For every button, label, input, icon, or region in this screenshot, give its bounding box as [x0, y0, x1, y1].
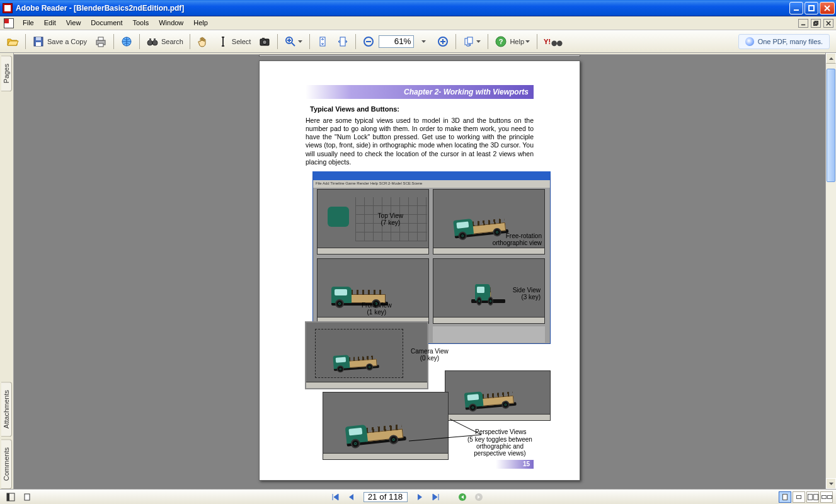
main-toolbar: Save a Copy Search Select — [0, 30, 836, 53]
toggle-nav-pane-button[interactable] — [3, 491, 18, 503]
select-tool-button[interactable]: Select — [214, 33, 255, 50]
rotate-view-button[interactable] — [459, 33, 484, 50]
dropdown-icon — [475, 40, 481, 43]
email-button[interactable] — [117, 33, 136, 50]
blender-menu-strip: File Add Timeline Game Render Help SCR:2… — [313, 180, 550, 188]
page-thumbnail-button[interactable] — [20, 491, 35, 503]
menu-window[interactable]: Window — [154, 16, 188, 30]
hand-icon — [197, 35, 209, 48]
svg-rect-0 — [809, 6, 814, 11]
menu-bar: File Edit View Document Tools Window Hel… — [0, 16, 836, 30]
globe-mail-icon — [120, 35, 133, 48]
folder-open-icon — [6, 35, 19, 48]
previous-view-button[interactable] — [455, 491, 470, 503]
previous-page-button[interactable] — [344, 491, 359, 503]
menu-file[interactable]: File — [18, 16, 39, 30]
document-viewport[interactable]: Chapter 2- Working with Viewports Typica… — [14, 53, 825, 489]
help-button[interactable]: ? Help — [491, 33, 534, 50]
printer-icon — [94, 35, 107, 48]
continuous-facing-view-button[interactable] — [820, 491, 833, 503]
svg-point-26 — [551, 40, 557, 46]
svg-rect-5 — [36, 42, 41, 46]
sidebar-tab-pages[interactable]: Pages — [1, 55, 12, 91]
sidebar-tab-attachments[interactable]: Attachments — [1, 382, 12, 437]
hand-tool-button[interactable] — [193, 33, 212, 50]
next-page-button[interactable] — [412, 491, 427, 503]
svg-text:?: ? — [499, 38, 503, 45]
zoom-in-tool-button[interactable] — [281, 33, 306, 50]
continuous-view-button[interactable] — [793, 491, 805, 503]
menu-document[interactable]: Document — [86, 16, 127, 30]
caption-perspective-title: Perspective Views — [475, 428, 527, 435]
zoom-dropdown-button[interactable] — [415, 33, 432, 50]
facing-view-button[interactable] — [806, 491, 819, 503]
mdi-minimize-button[interactable] — [798, 19, 808, 28]
perspective-view-2 — [445, 370, 551, 421]
scroll-up-button[interactable] — [826, 53, 836, 64]
next-view-button[interactable] — [471, 491, 486, 503]
last-page-button[interactable] — [428, 491, 444, 503]
window-maximize-button[interactable] — [805, 2, 818, 14]
yahoo-label: Y! — [544, 38, 551, 45]
caption-perspective-note: (5 key toggles between orthographic and … — [467, 436, 532, 457]
menu-view[interactable]: View — [61, 16, 86, 30]
svg-rect-19 — [340, 37, 345, 46]
caption-camera-view: Camera View (0 key) — [411, 348, 449, 362]
mdi-close-button[interactable] — [823, 19, 833, 28]
print-button[interactable] — [91, 33, 110, 50]
window-titlebar: Adobe Reader - [BlenderBasics2ndEdition.… — [0, 0, 836, 16]
pdf-page: Chapter 2- Working with Viewports Typica… — [259, 60, 580, 481]
adobe-reader-icon — [3, 3, 13, 13]
zoom-in-button[interactable] — [433, 33, 452, 50]
svg-rect-12 — [149, 38, 151, 41]
dropdown-icon — [297, 40, 303, 43]
yahoo-toolbar-button[interactable]: Y! — [541, 33, 563, 50]
svg-rect-29 — [7, 493, 9, 501]
free-rotation-pane: Free-rotation orthographic view — [433, 189, 545, 255]
menu-tools[interactable]: Tools — [128, 16, 154, 30]
scroll-down-button[interactable] — [826, 478, 836, 489]
zoom-level-field[interactable] — [379, 35, 414, 48]
save-copy-button[interactable]: Save a Copy — [29, 33, 90, 50]
help-icon: ? — [495, 35, 507, 48]
page-arrows-icon — [316, 35, 329, 48]
blender-window-screenshot: File Add Timeline Game Render Help SCR:2… — [312, 171, 551, 344]
search-button[interactable]: Search — [143, 33, 186, 50]
first-page-button[interactable] — [328, 491, 343, 503]
menu-edit[interactable]: Edit — [39, 16, 61, 30]
binoculars-icon — [146, 35, 159, 48]
snapshot-tool-button[interactable] — [255, 33, 274, 50]
dropdown-icon — [524, 40, 530, 43]
caption-side-view: Side View (3 key) — [513, 287, 541, 301]
ibeam-icon — [217, 35, 229, 48]
svg-rect-13 — [154, 38, 156, 41]
top-view-pane: Top View (7 key) — [317, 189, 429, 255]
create-pdf-promo[interactable]: One PDF, many files. — [738, 34, 830, 49]
dropdown-icon — [420, 40, 427, 43]
svg-rect-8 — [98, 43, 103, 47]
actual-size-button[interactable] — [313, 33, 332, 50]
zoom-out-button[interactable] — [359, 33, 378, 50]
plus-circle-icon — [437, 35, 449, 48]
fit-width-button[interactable] — [333, 33, 352, 50]
window-title: Adobe Reader - [BlenderBasics2ndEdition.… — [16, 4, 789, 13]
window-minimize-button[interactable] — [789, 2, 803, 14]
single-page-view-button[interactable] — [779, 491, 791, 503]
scroll-thumb[interactable] — [827, 69, 835, 182]
select-label: Select — [232, 38, 251, 45]
window-close-button[interactable] — [820, 2, 835, 14]
sidebar-tab-comments[interactable]: Comments — [1, 439, 12, 489]
save-copy-label: Save a Copy — [47, 38, 87, 45]
mdi-restore-button[interactable] — [811, 19, 821, 28]
search-label: Search — [161, 38, 183, 45]
open-button[interactable] — [3, 33, 22, 50]
svg-rect-23 — [467, 37, 472, 43]
minus-circle-icon — [362, 35, 375, 48]
status-bar — [0, 489, 836, 504]
front-view-pane: Front View (1 key) — [317, 258, 429, 324]
scroll-track[interactable] — [826, 64, 836, 478]
page-number-field[interactable] — [364, 492, 408, 502]
menu-help[interactable]: Help — [188, 16, 213, 30]
svg-point-10 — [147, 40, 152, 45]
vertical-scrollbar[interactable] — [825, 53, 836, 489]
